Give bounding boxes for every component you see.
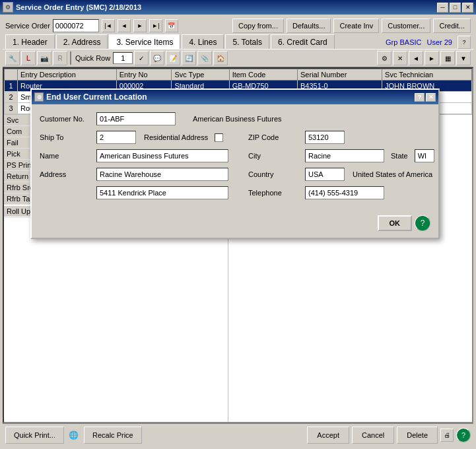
- tab-credit-card[interactable]: 6. Credit Card: [271, 34, 335, 49]
- state-input[interactable]: [415, 149, 434, 162]
- tab-address[interactable]: 2. Address: [56, 34, 108, 49]
- nav-first[interactable]: |◄: [102, 19, 115, 32]
- nav-prev[interactable]: ◄: [118, 19, 131, 32]
- help-icon[interactable]: ?: [458, 36, 471, 49]
- dialog-overlay: ⚙ End User Current Location ? ✕ Customer…: [4, 69, 472, 422]
- tool-speech[interactable]: 💬: [150, 51, 164, 65]
- app-icon: ⚙: [3, 2, 13, 13]
- tool-r[interactable]: R: [53, 51, 67, 65]
- tool-red[interactable]: L: [21, 51, 36, 65]
- window-controls: ─ □ ✕: [437, 3, 473, 13]
- quick-row-input[interactable]: [113, 52, 133, 64]
- so-input[interactable]: [53, 19, 99, 32]
- tool-refresh[interactable]: 🔄: [182, 51, 196, 65]
- copy-from-button[interactable]: Copy from...: [232, 18, 284, 33]
- address-row-2: [40, 186, 228, 199]
- maximize-button[interactable]: □: [450, 3, 461, 13]
- telephone-input[interactable]: [305, 186, 384, 199]
- close-button[interactable]: ✕: [462, 3, 473, 13]
- bottom-help-icon[interactable]: ?: [456, 428, 471, 442]
- top-toolbar: Service Order |◄ ◄ ► ►| 📅 Copy from... D…: [3, 17, 473, 34]
- bottom-bar: Quick Print... 🌐 Recalc Price Accept Can…: [3, 423, 473, 446]
- address-label: Address: [40, 170, 92, 178]
- dialog-icon: ⚙: [34, 92, 44, 102]
- accept-button[interactable]: Accept: [307, 427, 349, 444]
- nav-last[interactable]: ►|: [149, 19, 162, 32]
- create-inv-button[interactable]: Create Inv: [333, 18, 379, 33]
- ship-to-input[interactable]: [96, 131, 136, 144]
- state-label: State: [391, 152, 408, 160]
- dialog-footer: OK ?: [32, 213, 438, 238]
- telephone-row: Telephone: [248, 186, 434, 199]
- city-input[interactable]: [305, 149, 384, 162]
- tool-grid[interactable]: ▦: [440, 51, 455, 65]
- city-label: City: [248, 152, 301, 160]
- customer-no-row: Customer No. American Business Futures: [40, 112, 430, 125]
- credit-button[interactable]: Credit...: [433, 18, 471, 33]
- window-title: Service Order Entry (SMC) 2/18/2013: [16, 3, 434, 11]
- tool-confirm[interactable]: ✓: [134, 51, 149, 65]
- zip-row: ZIP Code: [248, 131, 434, 144]
- tab-service-items[interactable]: 3. Service Items: [109, 34, 180, 49]
- tab-header[interactable]: 1. Header: [5, 34, 55, 49]
- tool-left[interactable]: ◄: [409, 51, 423, 65]
- dialog-title-text: End User Current Location: [46, 92, 412, 102]
- user-link[interactable]: User 29: [426, 38, 452, 46]
- name-label: Name: [40, 152, 92, 160]
- tool-attach[interactable]: 📎: [197, 51, 212, 65]
- dialog-right-col: ZIP Code City State: [248, 131, 434, 205]
- grp-basic-link[interactable]: Grp BASIC: [386, 38, 421, 46]
- dialog-two-columns: Ship To Residential Address Name: [40, 131, 430, 205]
- cancel-button[interactable]: Cancel: [352, 427, 394, 444]
- name-row: Name: [40, 149, 228, 162]
- tool-right[interactable]: ►: [425, 51, 439, 65]
- customer-no-input[interactable]: [96, 112, 176, 125]
- tool-note[interactable]: 📝: [166, 51, 180, 65]
- tab-right-links: Grp BASIC User 29 ?: [386, 36, 471, 49]
- dialog-left-col: Ship To Residential Address Name: [40, 131, 228, 205]
- residential-label: Residential Address: [144, 133, 208, 141]
- tool-home[interactable]: 🏠: [213, 51, 228, 65]
- delete-button[interactable]: Delete: [397, 427, 438, 444]
- tool-dropdown[interactable]: ▼: [456, 51, 471, 65]
- ship-to-label: Ship To: [40, 133, 92, 141]
- customer-button[interactable]: Customer...: [382, 18, 430, 33]
- toolbar: 🔧 L 📷 R Quick Row ✓ 💬 📝 🔄 📎 🏠 ⚙ ✕ ◄ ► ▦ …: [3, 49, 473, 67]
- title-bar: ⚙ Service Order Entry (SMC) 2/18/2013 ─ …: [0, 0, 476, 15]
- tool-settings[interactable]: ⚙: [377, 51, 391, 65]
- tab-lines[interactable]: 4. Lines: [182, 34, 224, 49]
- country-input[interactable]: [305, 168, 345, 181]
- recalc-price-button[interactable]: Recalc Price: [84, 427, 142, 444]
- city-state-row: City State: [248, 149, 434, 162]
- print-icon[interactable]: 🖨: [440, 429, 454, 442]
- quick-print-button[interactable]: Quick Print...: [5, 427, 64, 444]
- zip-input[interactable]: [305, 131, 345, 144]
- quick-row-label: Quick Row: [75, 54, 110, 62]
- minimize-button[interactable]: ─: [437, 3, 448, 13]
- country-row: Country United States of America: [248, 168, 434, 181]
- dialog-content: Customer No. American Business Futures S…: [32, 104, 438, 213]
- dialog-close-btn[interactable]: ✕: [426, 93, 436, 102]
- country-full: United States of America: [353, 170, 432, 178]
- tool-camera[interactable]: 📷: [37, 51, 51, 65]
- tool-x[interactable]: ✕: [393, 51, 407, 65]
- name-input[interactable]: [96, 149, 228, 162]
- end-user-location-dialog: ⚙ End User Current Location ? ✕ Customer…: [30, 88, 440, 239]
- dialog-help-btn[interactable]: ?: [415, 93, 425, 102]
- dialog-title-bar: ⚙ End User Current Location ? ✕: [32, 90, 438, 104]
- address-input-1[interactable]: [96, 168, 228, 181]
- tab-totals[interactable]: 5. Totals: [225, 34, 269, 49]
- toolbar-right: ⚙ ✕ ◄ ► ▦ ▼: [377, 51, 471, 65]
- toolbar-separator-1: [70, 52, 71, 65]
- ok-button[interactable]: OK: [378, 215, 413, 231]
- tool-properties[interactable]: 🔧: [5, 51, 20, 65]
- defaults-button[interactable]: Defaults...: [287, 18, 331, 33]
- globe-icon: 🌐: [67, 428, 81, 442]
- telephone-label: Telephone: [248, 189, 301, 197]
- calendar-button[interactable]: 📅: [165, 19, 178, 32]
- residential-checkbox[interactable]: [215, 133, 223, 142]
- address-input-2[interactable]: [96, 186, 228, 199]
- nav-next[interactable]: ►: [133, 19, 147, 32]
- tab-bar: 1. Header 2. Address 3. Service Items 4.…: [3, 34, 473, 49]
- dialog-help-circle[interactable]: ?: [415, 215, 430, 231]
